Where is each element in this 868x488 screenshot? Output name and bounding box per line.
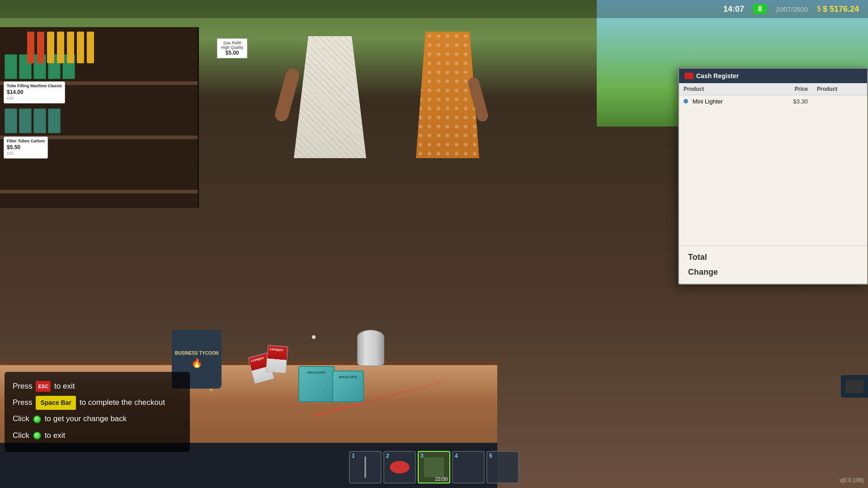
- coin-change-instruction: Click to get your change back: [13, 412, 182, 426]
- item-name-cell: Mini Lighter: [679, 95, 769, 108]
- hotbar-slot-3-count: 22/30: [435, 476, 448, 482]
- shelf-area: Tube Filling Machine Classic $14.00 x16 …: [0, 27, 199, 208]
- hud-time: 14:07: [723, 5, 744, 14]
- hotbar-slot-3-number: 3: [420, 453, 424, 459]
- hotbar-slot-5[interactable]: 5: [486, 451, 519, 483]
- hotbar-slot-1[interactable]: 1: [349, 451, 382, 483]
- box-label-1: WASCOFE: [299, 367, 334, 375]
- hotbar-slot-5-number: 5: [489, 453, 492, 459]
- total-label: Total: [688, 253, 707, 262]
- cash-register-panel: Cash Register Product Price Product Mini…: [678, 68, 868, 285]
- gas-refill-sign: Gas Refill High Quality $5.00: [217, 38, 247, 58]
- cigarette-pack-2: Lovegon: [265, 345, 288, 374]
- customer-area: [262, 14, 488, 158]
- col-product2: Product: [812, 83, 867, 95]
- box-teal-1: WASCOFE: [298, 366, 335, 402]
- change-row: Change: [688, 267, 858, 277]
- slot-3-box-icon: [424, 457, 444, 477]
- box-teal-2: WASCOFE: [332, 371, 364, 402]
- coin-exit-label: to exit: [45, 428, 65, 443]
- exit-instruction: Press ESC to exit: [13, 379, 182, 394]
- exit-action-label: to exit: [54, 379, 75, 394]
- cash-register-title: Cash Register: [696, 72, 739, 80]
- space-key-badge: Space Bar: [36, 396, 75, 410]
- hotbar-slot-2-number: 2: [386, 453, 389, 459]
- total-row: Total: [688, 253, 858, 262]
- coin-exit-instruction: Click to exit: [13, 428, 182, 443]
- press-label-1: Press: [13, 379, 32, 394]
- register-items-table: Product Price Product Mini Lighter $3.30: [679, 83, 867, 108]
- version-label: v[0.0.106]: [840, 477, 863, 483]
- click-label-2: Click: [13, 428, 29, 443]
- shelf-price-tube-filling: Tube Filling Machine Classic $14.00 x16: [4, 81, 65, 103]
- gas-refill-label: Gas Refill: [221, 41, 243, 45]
- gas-refill-quality: High Quality: [221, 45, 243, 50]
- item-price-cell: $3.30: [769, 95, 812, 108]
- money-icon: $: [817, 5, 821, 13]
- hotbar: 1 2 3 22/30 4 5: [349, 451, 519, 483]
- cash-register-header: Cash Register: [679, 69, 867, 83]
- hud-money: $ 5176.24: [823, 5, 859, 14]
- customer-1-arm: [274, 67, 301, 123]
- crosshair-dot: [312, 335, 316, 339]
- shelf-row: [0, 190, 198, 193]
- hotbar-slot-4-number: 4: [455, 453, 458, 459]
- space-action-label: to complete the checkout: [80, 395, 165, 410]
- register-totals: Total Change: [679, 245, 867, 284]
- hud-customers: 8: [753, 4, 767, 14]
- customer-2: [407, 23, 479, 158]
- hud-top: 14:07 8 2007/2600 $ $ 5176.24: [0, 0, 868, 18]
- item-product-cell: [812, 95, 867, 108]
- register-item-row: Mini Lighter $3.30: [679, 95, 867, 108]
- cylinder-container: [357, 330, 384, 366]
- col-product: Product: [679, 83, 769, 95]
- box-label-2: WASCOFE: [333, 371, 363, 379]
- change-label: Change: [688, 267, 718, 277]
- hotbar-slot-4[interactable]: 4: [452, 451, 485, 483]
- coin-green-icon-1: [33, 415, 41, 423]
- bag-brand-text: BUSINESS TYCOON: [175, 351, 219, 356]
- cash-register-icon: [684, 73, 693, 79]
- slot-2-ashtray-icon: [390, 461, 410, 474]
- hotbar-slot-2[interactable]: 2: [383, 451, 416, 483]
- scan-button[interactable]: [841, 375, 868, 398]
- col-price: Price: [769, 83, 812, 95]
- customer-1: [280, 14, 380, 158]
- hud-score: 2007/2600: [776, 5, 808, 13]
- esc-key-badge: ESC: [36, 381, 51, 392]
- coin-green-icon-2: [33, 432, 41, 440]
- hotbar-slot-3[interactable]: 3 22/30: [418, 451, 450, 483]
- slot-1-stick-icon: [364, 456, 366, 478]
- product-indicator-dot: [684, 99, 688, 103]
- coin-change-label: to get your change back: [45, 412, 127, 426]
- hotbar-slot-1-number: 1: [352, 453, 355, 459]
- space-instruction: Press Space Bar to complete the checkout: [13, 395, 182, 410]
- shelf-price-filter-tubes: Filter Tubes Carbon $5.50 x15: [4, 136, 48, 159]
- customer-2-pattern: [416, 32, 479, 158]
- gas-refill-price: $5.00: [221, 50, 243, 56]
- click-label-1: Click: [13, 412, 29, 426]
- bag-flame-icon: 🔥: [191, 357, 203, 368]
- press-label-2: Press: [13, 395, 32, 410]
- bottom-instructions: Press ESC to exit Press Space Bar to com…: [5, 372, 190, 452]
- scan-button-inner: [845, 380, 863, 393]
- item-name: Mini Lighter: [693, 98, 723, 105]
- customer-1-dress-pattern: [294, 36, 366, 158]
